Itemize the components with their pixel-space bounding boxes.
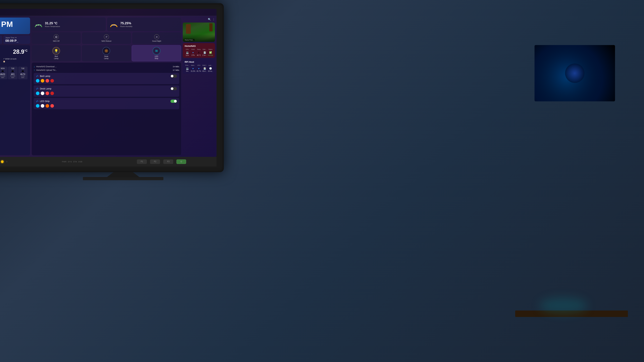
temperature-value: 31.25 °C <box>45 21 104 25</box>
forecast-row: MON 🌧 28.9°C 1.9 mm 76% MON 🌧 27.0°C <box>0 67 28 79</box>
homenas-title: HomeNAS <box>185 45 213 47</box>
desk-lamp-control-icon: 💤 <box>36 87 39 90</box>
desk-lamp-color-cyan[interactable] <box>36 91 40 95</box>
temperature-gauge: 31.25 °C <box>34 19 43 29</box>
led-sta <box>6 161 8 162</box>
nas-off-icon: ⏻ <box>54 34 59 39</box>
led-strip-color-white[interactable] <box>41 104 44 108</box>
timezones-row: Shenzhen ... 👁 07:09 P_ Japan Time 👁 <box>0 35 30 44</box>
forecast-day-3: MON 🌧 25.9°C 1.4 mm 69% <box>0 67 8 79</box>
nas-reboot-button[interactable]: ↺ NAS Reboot <box>82 32 131 44</box>
tz-shenzhen-label: Shenzhen ... 👁 <box>0 37 0 39</box>
led-strip-control-icon: 💤 <box>36 100 39 102</box>
homenas-card: HomeNAS CPU RAM Temp Disk .. Status 💻 ● <box>183 43 215 58</box>
bed-lamp-control-icon: 💤 <box>36 75 39 77</box>
timezone-japan: Japan Time 👁 08:09 P_ <box>4 35 30 44</box>
rpi-icons: 💻 ● ● 💾 🕐 <box>185 67 213 70</box>
tz-japan-label: Japan Time 👁 <box>5 37 28 39</box>
left-panel: 04:39 PM 2022-09-19 Shenzhen ... 👁 07:09… <box>0 17 30 155</box>
timezone-shenzhen: Shenzhen ... 👁 07:09 P_ <box>0 35 2 44</box>
desk-lamp-toggle[interactable] <box>170 87 177 90</box>
nas-download-item: ↓ HomeNAS Download ... 3.4 kB/s <box>34 65 179 68</box>
middle-panel: 31.25 °C 31.25 °C Room Temperature <box>32 17 181 155</box>
desk-lamp-color-white[interactable] <box>41 91 44 95</box>
led-strip-control-name: LED Strip <box>40 100 50 102</box>
led-strip-color-orange[interactable] <box>46 104 49 108</box>
search-icon[interactable]: 🔍 <box>208 18 211 21</box>
fn2-button[interactable]: F2 <box>150 159 160 164</box>
nas-reboot-label: NAS Reboot <box>102 40 111 42</box>
humidity-gauge: 75.25% <box>109 19 119 29</box>
more-icon[interactable]: ⋮ <box>212 18 215 21</box>
top-actions: 🔍 ⋮ <box>183 17 215 21</box>
bed-lamp-label: BedLamp <box>54 55 58 59</box>
nas-off-label: NAS Off <box>53 40 60 42</box>
power-button[interactable]: O <box>176 159 186 164</box>
desk-lamp-color-red1[interactable] <box>46 91 49 95</box>
devices-row: 💡 BedLamp 🔆 DeskLamp ≋ LEDStrip <box>32 45 181 61</box>
rpi-host-card: RPi Host Proc.. Mem.. CPU Disk f.. Last … <box>183 59 215 74</box>
good-night-label: Good Night <box>152 40 161 42</box>
led-strip-color-red[interactable] <box>50 104 54 108</box>
bed-lamp-colors <box>36 79 177 82</box>
nas-network-info: ↓ HomeNAS Download ... 3.4 kB/s ↑ HomeNA… <box>34 65 179 72</box>
bed-lamp-color-red1[interactable] <box>46 79 49 82</box>
led-strip-colors <box>36 104 177 108</box>
rpi-headers: Proc.. Mem.. CPU Disk f.. Last .. <box>185 64 213 66</box>
monitor-bottom-bar: PWR SYS STA USB F1 F2 F3 O <box>0 157 216 167</box>
weather-temp: 28.9°C <box>13 48 28 55</box>
desk-lamp-control: 💤 Desk Lamp <box>34 85 179 97</box>
temperature-sensor-card: 31.25 °C 31.25 °C Room Temperature <box>32 17 106 31</box>
desk-lamp-colors <box>36 91 177 95</box>
forecast-day-4: TUE 🌧 24°C 3.3 mm 63% <box>8 67 18 79</box>
lights-panel: ↓ HomeNAS Download ... 3.4 kB/s ↑ HomeNA… <box>32 63 181 155</box>
humidity-sensor-card: 75.25% 75.25% Room Humidity <box>107 17 181 31</box>
good-night-button[interactable]: zzZ Good Night <box>132 32 181 44</box>
humidity-label: Room Humidity <box>120 25 179 27</box>
weather-details: 💧79% ↗WSW 14 km/h 🔵1009 hPa 🏠 <box>0 58 28 65</box>
led-strip-toggle[interactable] <box>170 100 177 103</box>
desk-lamp-color-red2[interactable] <box>50 91 54 95</box>
nas-off-button[interactable]: ⏻ NAS Off <box>32 32 81 44</box>
camera-label: Home Fron.. <box>184 39 195 41</box>
fn1-button[interactable]: F1 <box>137 159 147 164</box>
svg-text:31.25 °C: 31.25 °C <box>36 24 42 26</box>
weather-card: 🌧 28.9°C 💧79% <box>0 45 30 155</box>
desk-lamp-icon: 🔆 <box>102 47 110 55</box>
bed-lamp-color-red2[interactable] <box>50 79 54 82</box>
rpi-values: 6% 31.0% 45.7% 89.8 .. 20 ho.. <box>185 70 213 72</box>
bed-lamp-device[interactable]: 💡 BedLamp <box>32 45 81 61</box>
bed-lamp-color-cyan[interactable] <box>36 79 40 82</box>
label-pwr: PWR <box>62 161 67 163</box>
nas-reboot-icon: ↺ <box>104 34 109 39</box>
sensors-row: 31.25 °C 31.25 °C Room Temperature <box>32 17 181 31</box>
led-strip-label: LEDStrip <box>154 55 158 59</box>
nas-buttons-row: ⏻ NAS Off ↺ NAS Reboot zzZ Good Night <box>32 32 181 44</box>
led-strip-icon: ≋ <box>153 47 160 55</box>
clock-date: 2022-09-19 <box>0 29 27 32</box>
desk-lamp-device[interactable]: 🔆 DeskLamp <box>82 45 131 61</box>
rpi-title: RPi Host <box>185 61 213 63</box>
bed-lamp-control: 💤 Bed Lamp <box>34 73 179 84</box>
bed-lamp-color-orange[interactable] <box>41 79 44 82</box>
tabbar: HOME HOME2 <box>0 9 216 16</box>
bed-lamp-toggle[interactable] <box>170 74 177 78</box>
camera-card[interactable]: Home Fron.. <box>183 22 215 42</box>
humidity-value: 75.25% <box>120 21 179 25</box>
led-strip-color-cyan[interactable] <box>36 104 40 108</box>
label-sta: STA <box>73 161 77 163</box>
tz-shenzhen-time: 07:09 P_ <box>0 39 0 43</box>
fn3-button[interactable]: F3 <box>163 159 173 164</box>
label-sys: SYS <box>68 161 72 163</box>
desk-lamp-control-name: Desk Lamp <box>40 87 51 90</box>
forecast-day-5: TUE 🌧 23.7°C 2 mm 64% <box>18 67 28 79</box>
bed-lamp-icon: 💡 <box>52 47 60 55</box>
led-strip-device[interactable]: ≋ LEDStrip <box>132 45 181 61</box>
svg-text:75.25%: 75.25% <box>112 24 116 26</box>
clock-time: 04:39 PM <box>0 20 27 29</box>
bed-lamp-control-name: Bed Lamp <box>40 75 50 77</box>
clock-card: 04:39 PM 2022-09-19 <box>0 17 30 34</box>
tz-japan-time: 08:09 P_ <box>5 39 28 43</box>
homenas-headers: CPU RAM Temp Disk .. Status <box>185 48 213 50</box>
temperature-label: Room Temperature <box>45 25 104 27</box>
